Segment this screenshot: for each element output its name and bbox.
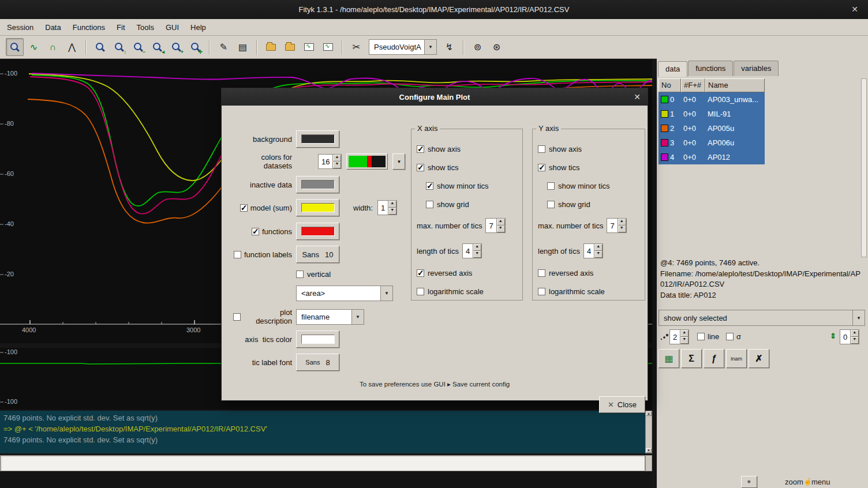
menu-data[interactable]: Data [39,21,66,34]
model-sum-checkbox[interactable] [240,204,248,212]
y-show-grid-checkbox[interactable] [547,201,555,208]
functions-checkbox[interactable] [252,228,259,235]
functions-color-button[interactable] [296,223,339,240]
spin-up-icon[interactable] [680,330,689,337]
chevron-down-icon[interactable] [424,40,436,54]
menu-functions[interactable]: Functions [67,21,111,34]
zoom-in-button[interactable]: + [167,38,185,56]
execute-script-button[interactable] [281,38,299,56]
spin-up-icon[interactable] [473,244,481,251]
point-size-spinner[interactable]: 2 [669,329,689,344]
x-show-grid-checkbox[interactable] [426,201,433,208]
tab-data[interactable]: data [658,61,687,77]
x-log-checkbox[interactable] [417,288,424,295]
dataset-colors-strip-button[interactable] [346,153,388,170]
edit-script-button[interactable]: ✎ [215,38,233,56]
menu-help[interactable]: Help [185,21,212,34]
chevron-down-icon[interactable] [380,286,392,301]
x-max-tics-spinner[interactable]: 7 [485,218,505,233]
data-table-button[interactable]: ▦ [659,349,679,368]
shift-spinner[interactable]: 0 [840,329,859,344]
rename-title-button[interactable]: Inam [726,349,747,368]
scroll-up-icon[interactable]: ▲ [646,411,652,416]
peak-top-mode-button[interactable]: ⋀ [63,38,81,56]
spin-down-icon[interactable] [680,337,689,344]
tic-font-button[interactable]: Sans 8 [296,354,339,371]
open-data-button[interactable] [262,38,280,56]
command-input[interactable] [0,455,645,471]
zoom-out-button[interactable]: − [129,38,147,56]
input-history-button[interactable] [645,455,652,471]
plot-description-checkbox[interactable] [233,313,241,321]
sigma-checkbox[interactable] [726,333,734,340]
session-log-button[interactable]: ▤ [234,38,252,56]
close-button[interactable]: ✕ Close [599,396,645,413]
spin-down-icon[interactable] [497,226,505,232]
spin-down-icon[interactable] [473,251,481,258]
mouse-hint-button[interactable]: ⌖ [741,476,757,488]
spin-down-icon[interactable] [594,251,603,258]
menu-fit[interactable]: Fit [111,21,130,34]
y-log-checkbox[interactable] [538,288,545,295]
dataset-row[interactable]: 3 0+0 AP006u [659,136,765,150]
fit-run-button[interactable]: ⊚ [469,38,487,56]
x-reversed-checkbox[interactable] [417,269,424,277]
add-peak-mode-button[interactable]: ∩ [44,38,62,56]
x-tic-len-spinner[interactable]: 4 [462,243,482,258]
y-show-tics-checkbox[interactable] [538,164,545,171]
data-range-mode-button[interactable]: ∿ [25,38,43,56]
zoom-previous-button[interactable]: ◂ [148,38,166,56]
y-tic-len-spinner[interactable]: 4 [583,243,603,258]
menu-tools[interactable]: Tools [131,21,160,34]
tab-functions[interactable]: functions [688,61,733,76]
spin-up-icon[interactable] [497,219,505,226]
filter-combo[interactable]: show only selected [659,310,865,326]
spin-down-icon[interactable] [851,337,859,344]
save-session-button[interactable] [300,38,318,56]
spin-down-icon[interactable] [388,208,396,215]
dataset-colors-count-spinner[interactable]: 16 [318,154,342,169]
model-color-button[interactable] [296,199,339,216]
x-show-minor-tics-checkbox[interactable] [426,182,433,190]
dataset-row[interactable]: 2 0+0 AP005u [659,121,765,136]
spin-down-icon[interactable] [618,226,626,232]
dataset-row[interactable]: 1 0+0 MIL-91 [659,107,765,121]
spin-down-icon[interactable] [333,162,341,168]
zoom-mouse-button[interactable]: ✛ [186,38,204,56]
x-show-tics-checkbox[interactable] [417,164,424,171]
spin-up-icon[interactable] [594,244,603,251]
window-close-button[interactable]: ✕ [850,5,860,14]
plot-description-combo[interactable]: filename [296,309,364,325]
chevron-down-icon[interactable] [852,310,865,325]
data-transform-button[interactable]: ✂ [347,38,365,56]
save-image-button[interactable] [319,38,337,56]
zoom-all-button[interactable] [91,38,109,56]
inactive-data-color-button[interactable] [296,176,339,193]
spin-up-icon[interactable] [388,201,396,208]
x-show-axis-checkbox[interactable] [417,145,424,153]
scroll-down-icon[interactable]: ▼ [646,448,652,453]
col-name[interactable]: Name [705,78,765,92]
peak-type-combo[interactable]: PseudoVoigtA [369,39,437,55]
zoom-mode-button[interactable] [6,38,24,56]
dataset-row[interactable]: 4 0+0 AP012 [659,150,765,164]
fit-undo-button[interactable]: ⊛ [488,38,506,56]
zoom-vertical-button[interactable]: ↕ [110,38,128,56]
line-checkbox[interactable] [697,333,705,340]
edit-function-button[interactable]: ƒ [704,349,724,368]
label-text-combo[interactable]: <area> [296,286,393,301]
auto-add-button[interactable]: ↯ [440,38,458,56]
col-no[interactable]: No [659,78,681,92]
y-show-minor-tics-checkbox[interactable] [547,182,555,190]
model-width-spinner[interactable]: 1 [377,200,397,215]
spin-up-icon[interactable] [618,219,626,226]
delete-dataset-button[interactable]: ✗ [749,349,769,368]
dataset-row[interactable]: 0 0+0 AP003_unwa... [659,92,765,107]
y-reversed-checkbox[interactable] [538,269,545,277]
vertical-checkbox[interactable] [296,271,304,278]
tab-variables[interactable]: variables [734,61,779,76]
menu-gui[interactable]: GUI [160,21,185,34]
chevron-down-icon[interactable] [351,310,364,324]
background-color-button[interactable] [296,130,339,148]
menu-session[interactable]: Session [1,21,39,34]
